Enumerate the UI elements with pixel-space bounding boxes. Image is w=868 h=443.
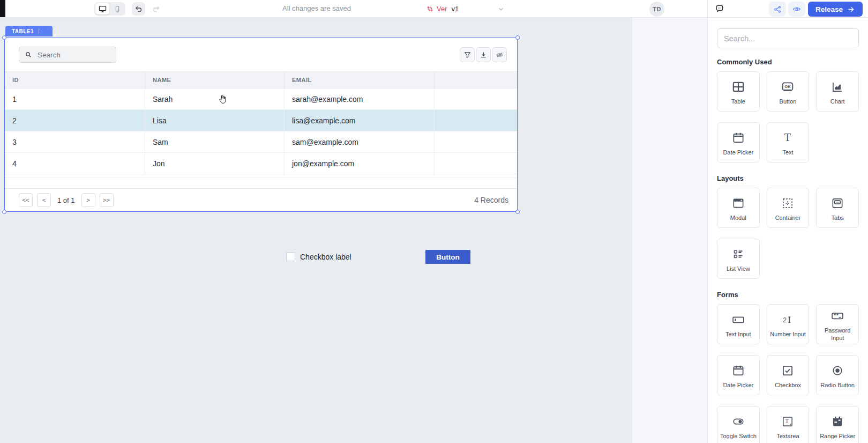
button-key-label: OK — [785, 84, 791, 89]
resize-handle-top-right[interactable] — [515, 35, 520, 40]
widget-card-datepicker[interactable]: Date Picker — [717, 122, 760, 163]
preview-button[interactable] — [788, 2, 805, 17]
widget-card-rangepicker[interactable]: Range Picker — [816, 406, 859, 443]
widget-card-label: Checkbox — [775, 381, 801, 389]
widget-tag-divider — [39, 28, 39, 34]
widget-card-label: Password Input — [818, 327, 857, 342]
widget-card-label: Table — [731, 98, 745, 105]
table-row[interactable]: 4Jonjon@example.com — [5, 153, 517, 174]
hide-columns-button[interactable] — [492, 47, 507, 62]
share-icon — [773, 5, 782, 14]
desktop-view-button[interactable] — [95, 3, 109, 14]
widget-card-button[interactable]: OKButton — [767, 71, 810, 112]
table-search-box — [19, 47, 116, 63]
widget-card-passwordinput[interactable]: **Password Input — [816, 304, 859, 344]
device-toggle — [94, 2, 125, 16]
filter-button[interactable] — [460, 47, 475, 62]
undo-icon — [134, 5, 143, 13]
widget-search-input[interactable] — [717, 28, 859, 48]
widget-card-label: Text — [782, 149, 793, 156]
cell-empty — [435, 88, 517, 109]
table-row[interactable]: 2Lisalisa@example.com — [5, 110, 517, 131]
widget-card-chart[interactable]: Chart — [816, 71, 859, 112]
search-icon — [24, 50, 33, 59]
mobile-view-button[interactable] — [110, 3, 124, 14]
resize-handle-bottom-right[interactable] — [515, 210, 520, 214]
resize-handle-bottom-left[interactable] — [2, 210, 6, 214]
widget-card-tabs[interactable]: Tabs — [816, 188, 859, 228]
release-button[interactable]: Release — [808, 2, 863, 17]
cell-email: lisa@example.com — [285, 110, 435, 131]
download-button[interactable] — [476, 47, 491, 62]
table-header: IDNAMEEMAIL — [5, 71, 517, 88]
chevron-down-icon[interactable] — [497, 5, 505, 13]
pagination-next-button[interactable]: > — [81, 193, 95, 207]
textarea-icon: T — [781, 414, 795, 430]
button-widget[interactable]: Button — [425, 250, 470, 264]
pagination-first-button[interactable]: << — [19, 193, 33, 207]
datepicker-icon — [731, 363, 745, 379]
filter-icon — [463, 50, 472, 60]
table-filler — [5, 174, 517, 188]
widget-card-listview[interactable]: List View — [717, 239, 760, 279]
widget-card-numberinput[interactable]: 2Number Input — [767, 304, 810, 344]
widget-card-text[interactable]: TText — [767, 122, 810, 163]
table-toolbar-icons — [460, 47, 507, 62]
column-header[interactable]: EMAIL — [285, 72, 435, 88]
version-selector[interactable]: Ver v1 — [426, 0, 459, 18]
table-row[interactable]: 1Sarahsarah@example.com — [5, 88, 517, 110]
widget-card-radio[interactable]: Radio Button — [816, 355, 859, 395]
table-search-input[interactable] — [36, 50, 111, 60]
widget-card-datepicker[interactable]: Date Picker — [717, 355, 760, 395]
pagination-prev-button[interactable]: < — [37, 193, 51, 207]
app-editor: All changes are saved Ver v1 TD Release … — [0, 0, 868, 443]
widget-section: Commonly UsedTableOKButtonChartDate Pick… — [717, 58, 859, 163]
comments-button[interactable] — [715, 4, 724, 13]
password-glyph: ** — [834, 312, 839, 319]
table-body: 1Sarahsarah@example.com2Lisalisa@example… — [5, 88, 517, 174]
cell-email: sarah@example.com — [285, 88, 435, 109]
widget-card-label: Radio Button — [820, 381, 855, 389]
cell-name: Jon — [145, 153, 285, 174]
version-icon — [426, 5, 433, 12]
redo-button[interactable] — [149, 2, 162, 16]
share-button[interactable] — [769, 2, 786, 17]
cell-email: sam@example.com — [285, 131, 435, 152]
table-widget[interactable]: IDNAMEEMAIL 1Sarahsarah@example.com2Lisa… — [4, 38, 518, 212]
widget-card-checkbox[interactable]: Checkbox — [767, 355, 810, 395]
radio-icon — [830, 363, 844, 379]
download-icon — [479, 50, 488, 60]
cell-id: 1 — [5, 88, 145, 109]
tabs-icon — [830, 195, 844, 211]
column-header[interactable]: NAME — [145, 72, 285, 88]
checkbox-input[interactable] — [286, 252, 295, 261]
column-header[interactable]: ID — [5, 72, 145, 88]
passwordinput-icon: ** — [830, 308, 845, 324]
cell-email: jon@example.com — [285, 153, 435, 174]
undo-button[interactable] — [132, 2, 145, 16]
widget-card-label: Number Input — [770, 330, 806, 338]
widget-card-textarea[interactable]: TTextarea — [767, 406, 810, 443]
widget-card-toggle[interactable]: Toggle Switch — [717, 406, 760, 443]
listview-icon — [731, 246, 745, 262]
autosave-status: All changes are saved — [282, 0, 351, 18]
cell-empty — [435, 131, 517, 152]
widget-card-table[interactable]: Table — [717, 71, 760, 112]
widget-card-container[interactable]: Container — [767, 188, 810, 228]
eye-icon — [792, 4, 802, 14]
cell-id: 3 — [5, 131, 145, 152]
table-row[interactable]: 3Samsam@example.com — [5, 131, 517, 153]
widget-card-textinput[interactable]: Text Input — [717, 304, 760, 344]
topbar-divider — [707, 0, 708, 17]
selected-widget-tag[interactable]: TABLE1 — [5, 26, 53, 36]
monitor-icon — [98, 4, 107, 13]
checkbox-icon — [781, 363, 795, 379]
pagination-page-label: 1 of 1 — [57, 196, 75, 204]
widget-card-label: List View — [727, 265, 750, 272]
checkbox-widget[interactable]: Checkbox label — [286, 252, 351, 261]
app-logo-strip[interactable] — [0, 0, 5, 17]
widget-card-modal[interactable]: Modal — [717, 188, 760, 228]
pagination-last-button[interactable]: >> — [100, 193, 114, 207]
user-avatar[interactable]: TD — [649, 2, 664, 17]
table-toolbar — [5, 38, 517, 71]
